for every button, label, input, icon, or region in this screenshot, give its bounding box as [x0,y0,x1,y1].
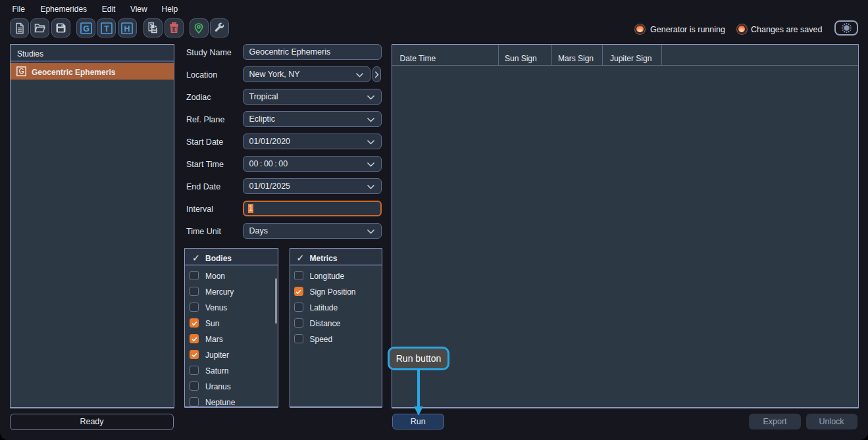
svg-text:G: G [18,68,24,75]
svg-text:G: G [83,24,89,33]
svg-text:T: T [104,24,109,33]
svg-text:H: H [124,24,130,33]
